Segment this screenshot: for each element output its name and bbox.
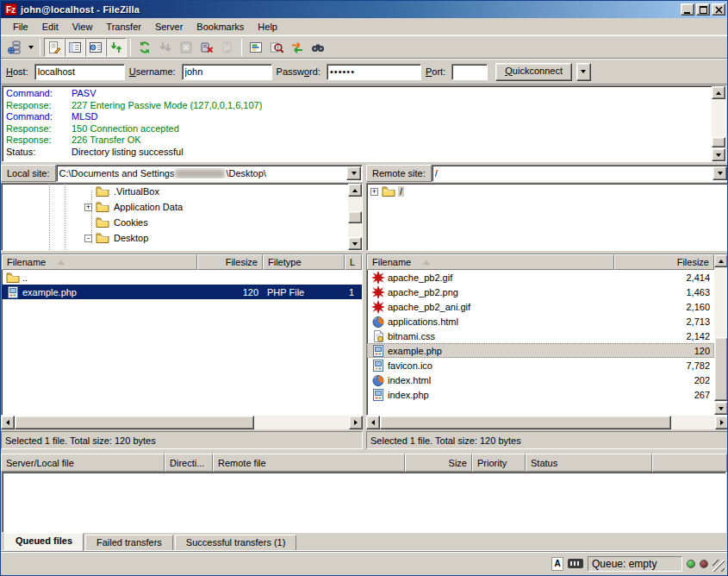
quickconnect-button[interactable]: Quickconnect — [495, 63, 572, 81]
column-header-l[interactable]: L — [345, 254, 362, 270]
tab-queued-files[interactable]: Queued files — [4, 533, 84, 551]
disconnect-button[interactable] — [196, 38, 217, 57]
toggle-local-tree-button[interactable] — [65, 38, 85, 57]
scroll-up-button[interactable] — [714, 254, 728, 267]
quickconnect-dropdown-button[interactable] — [576, 63, 591, 81]
site-manager-dropdown-button[interactable] — [25, 38, 36, 57]
file-row[interactable]: .. — [2, 270, 362, 285]
menu-file[interactable]: File — [6, 19, 35, 34]
speed-limits-icon[interactable] — [568, 559, 583, 568]
toggle-queue-button[interactable] — [106, 38, 127, 57]
scroll-right-button[interactable] — [715, 416, 728, 429]
file-row[interactable]: example.php120PHP File1 — [2, 285, 362, 299]
column-header-filename[interactable]: Filename — [367, 254, 614, 270]
tab-successful-transfers-[interactable]: Successful transfers (1) — [175, 535, 297, 550]
scroll-thumb[interactable] — [15, 416, 254, 429]
remote-site-combo[interactable]: / — [432, 165, 728, 182]
resize-grip[interactable] — [712, 560, 725, 572]
scroll-thumb[interactable] — [348, 211, 362, 223]
tree-item[interactable]: +Application Data — [2, 199, 362, 215]
column-header-filename[interactable]: Filename — [2, 254, 197, 270]
file-row[interactable]: bitnami.css2,142 — [367, 329, 714, 343]
file-row[interactable]: apache_pb2.png1,463 — [367, 285, 714, 299]
file-row[interactable]: apache_pb2.gif2,414 — [367, 270, 714, 285]
expand-icon[interactable]: + — [370, 188, 378, 196]
port-input[interactable] — [451, 64, 488, 80]
filename-cell: bitnami.css — [367, 329, 614, 343]
data-type-indicator-icon[interactable]: A — [551, 557, 563, 571]
remote-site-dropdown-button[interactable] — [712, 166, 727, 180]
scroll-down-button[interactable] — [712, 148, 725, 161]
find-files-button[interactable] — [308, 38, 328, 57]
scroll-down-button[interactable] — [348, 237, 362, 250]
queue-column-priority[interactable]: Priority — [472, 454, 526, 472]
queue-column-directi[interactable]: Directi... — [165, 454, 213, 472]
menu-help[interactable]: Help — [251, 19, 284, 34]
scroll-left-button[interactable] — [1, 416, 15, 429]
compare-icon — [270, 41, 283, 54]
column-header-filesize[interactable]: Filesize — [197, 254, 263, 270]
scroll-up-button[interactable] — [348, 184, 362, 197]
menu-transfer[interactable]: Transfer — [99, 19, 148, 34]
file-row[interactable]: applications.html2,713 — [367, 314, 714, 329]
scroll-down-button[interactable] — [714, 402, 728, 415]
menu-bookmarks[interactable]: Bookmarks — [190, 19, 251, 34]
column-header-filesize[interactable]: Filesize — [614, 254, 714, 270]
scroll-left-button[interactable] — [366, 416, 380, 429]
menu-server[interactable]: Server — [148, 19, 190, 34]
scroll-thumb[interactable] — [712, 137, 725, 147]
compare-button[interactable] — [266, 38, 287, 57]
toggle-message-log-button[interactable] — [44, 38, 65, 57]
password-input[interactable] — [327, 64, 421, 80]
tree-item[interactable]: Cookies — [2, 215, 362, 230]
host-input[interactable] — [34, 64, 125, 80]
refresh-button[interactable] — [134, 38, 155, 57]
expand-icon[interactable]: + — [84, 203, 92, 211]
queue-column-remotefile[interactable]: Remote file — [213, 454, 405, 472]
tree-item[interactable]: +/ — [367, 184, 728, 199]
menu-edit[interactable]: Edit — [35, 19, 65, 34]
file-row[interactable]: apache_pb2_ani.gif2,160 — [367, 299, 714, 314]
scroll-thumb[interactable] — [714, 337, 728, 401]
triangle-left-icon — [371, 420, 375, 425]
queue-column-serverlocalfile[interactable]: Server/Local file — [1, 454, 165, 472]
menu-view[interactable]: View — [65, 19, 100, 34]
remote-list-scrollbar[interactable] — [714, 254, 728, 415]
filesize-cell: 120 — [197, 285, 263, 299]
scroll-up-button[interactable] — [712, 86, 725, 99]
scroll-thumb[interactable] — [380, 416, 671, 429]
tab-failed-transfers[interactable]: Failed transfers — [85, 535, 173, 550]
remote-hscrollbar[interactable] — [366, 416, 728, 429]
minimize-button[interactable] — [681, 3, 694, 16]
column-header-filetype[interactable]: Filetype — [263, 254, 345, 270]
file-row[interactable]: index.html202 — [367, 373, 714, 387]
process-queue-icon — [159, 41, 172, 54]
maximize-button[interactable] — [696, 3, 710, 16]
triangle-right-icon — [354, 420, 358, 425]
site-manager-button[interactable] — [4, 38, 25, 57]
toggle-remote-tree-button[interactable] — [85, 38, 106, 57]
title-bar[interactable]: Fz john@localhost - FileZilla — [1, 1, 727, 18]
local-site-combo[interactable]: C:\Documents and Settings\Desktop\ — [56, 165, 363, 182]
filter-icon — [249, 41, 263, 54]
html-file-icon — [371, 315, 385, 329]
remote-file-list: FilenameFilesize apache_pb2.gif2,414apac… — [366, 254, 728, 416]
file-row[interactable]: index.php267 — [367, 387, 714, 402]
tree-item[interactable]: -Desktop — [2, 230, 362, 246]
username-input[interactable] — [182, 64, 272, 80]
queue-column-status[interactable]: Status — [526, 454, 652, 472]
queue-column-size[interactable]: Size — [405, 454, 472, 472]
local-site-dropdown-button[interactable] — [346, 166, 361, 180]
scroll-right-button[interactable] — [349, 416, 363, 429]
filter-button[interactable] — [246, 38, 266, 57]
tree-item[interactable]: .VirtualBox — [2, 184, 362, 199]
collapse-icon[interactable]: - — [84, 235, 92, 242]
local-tree-scrollbar[interactable] — [348, 184, 362, 250]
queue-list[interactable] — [2, 472, 726, 533]
file-row[interactable]: example.php120 — [367, 343, 714, 358]
close-button[interactable] — [712, 3, 725, 16]
file-row[interactable]: favicon.ico7,782 — [367, 358, 714, 373]
sync-browsing-button[interactable] — [287, 38, 308, 57]
local-hscrollbar[interactable] — [1, 416, 363, 429]
log-scrollbar[interactable] — [712, 86, 725, 161]
